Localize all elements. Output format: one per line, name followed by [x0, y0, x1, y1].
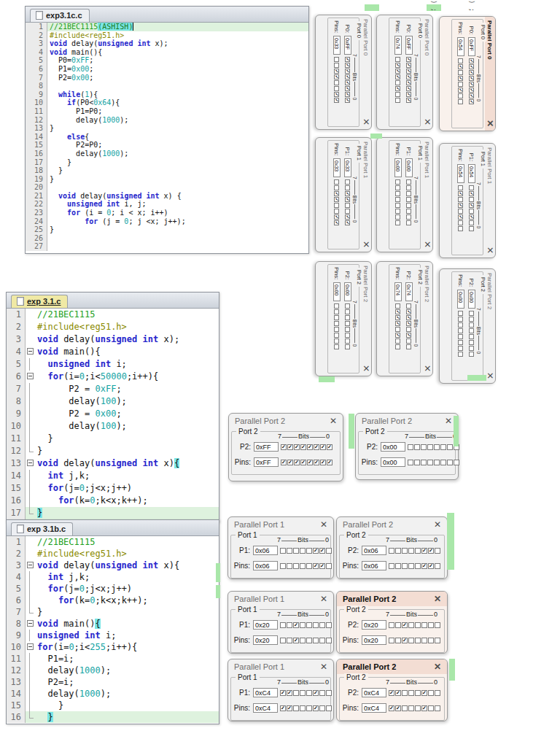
bit-checkbox-6[interactable]: ✓: [396, 309, 401, 314]
pins-input[interactable]: 0x33: [333, 36, 341, 55]
code-line[interactable]: 16 }: [7, 711, 219, 723]
bit-checkbox-2[interactable]: ✓: [407, 333, 412, 338]
close-icon[interactable]: ✕: [423, 365, 432, 372]
bit-checkbox-7[interactable]: ✓: [280, 690, 286, 696]
dialog-titlebar[interactable]: Parallel Port 0✕: [485, 17, 495, 131]
bit-checkbox-1[interactable]: ✓: [319, 548, 325, 554]
code-line[interactable]: 13 P2=i;: [7, 676, 219, 688]
close-icon[interactable]: ✕: [330, 417, 337, 425]
reg-input[interactable]: 0x74: [405, 282, 413, 301]
bit-checkbox-5[interactable]: ✓: [294, 444, 300, 450]
code-line[interactable]: 14 delay(1000);: [7, 688, 219, 700]
bit-checkbox-7[interactable]: [280, 638, 286, 643]
bit-checkbox-1[interactable]: ✓: [320, 444, 326, 450]
close-icon[interactable]: ✕: [445, 417, 452, 425]
bit-checkbox-1[interactable]: [428, 690, 434, 696]
code-line[interactable]: 20: [26, 183, 308, 192]
reg-input[interactable]: 0xFF: [468, 37, 475, 56]
bit-checkbox-3[interactable]: [346, 203, 351, 208]
reg-input[interactable]: 0x00: [468, 290, 475, 309]
bit-checkbox-1[interactable]: ✓: [470, 93, 475, 98]
bit-checkbox-5[interactable]: ✓: [402, 622, 408, 628]
bit-checkbox-1[interactable]: [428, 705, 434, 711]
code-line[interactable]: 15 for(j=0;j<x;j++): [7, 482, 219, 495]
bit-checkbox-5[interactable]: [346, 315, 351, 320]
bit-checkbox-1[interactable]: ✓: [335, 92, 340, 97]
dialog-titlebar[interactable]: Parallel Port 2✕: [229, 414, 343, 428]
bit-checkbox-2[interactable]: ✓: [313, 563, 319, 569]
bit-checkbox-3[interactable]: ✓: [307, 460, 313, 465]
bit-checkbox-1[interactable]: [319, 690, 325, 696]
bit-checkbox-5[interactable]: ✓: [294, 460, 300, 465]
reg-input[interactable]: 0x06: [253, 546, 278, 555]
bit-checkbox-7[interactable]: [280, 548, 286, 554]
bit-checkbox-7[interactable]: [408, 460, 413, 465]
dialog-titlebar[interactable]: Parallel Port 2✕: [361, 262, 371, 376]
bit-checkbox-0[interactable]: ✓: [407, 98, 412, 103]
bit-checkbox-2[interactable]: ✓: [421, 690, 427, 696]
bit-checkbox-7[interactable]: [459, 58, 464, 63]
bit-checkbox-5[interactable]: [335, 315, 340, 320]
bit-checkbox-0[interactable]: [396, 344, 401, 349]
bit-checkbox-5[interactable]: [293, 690, 299, 696]
bit-checkbox-6[interactable]: [335, 185, 340, 190]
bit-checkbox-7[interactable]: [396, 179, 401, 185]
code-line[interactable]: 13}: [26, 124, 308, 133]
bit-checkbox-4[interactable]: ✓: [335, 197, 340, 202]
bit-checkbox-4[interactable]: [300, 638, 306, 643]
bit-checkbox-3[interactable]: ✓: [346, 80, 351, 85]
bit-checkbox-7[interactable]: [396, 57, 401, 62]
code-line[interactable]: 9unsigned int i;: [7, 630, 219, 641]
bit-checkbox-4[interactable]: ✓: [335, 74, 340, 80]
bit-checkbox-3[interactable]: [415, 690, 421, 696]
bit-checkbox-1[interactable]: [346, 338, 351, 344]
bit-checkbox-4[interactable]: ✓: [407, 321, 412, 326]
dialog-titlebar[interactable]: Parallel Port 1✕: [228, 592, 333, 606]
bit-checkbox-7[interactable]: [346, 179, 351, 185]
pins-input[interactable]: 0x54: [457, 37, 464, 56]
bit-checkbox-4[interactable]: [408, 705, 414, 711]
bit-checkbox-4[interactable]: [408, 563, 414, 569]
bit-checkbox-5[interactable]: [293, 563, 299, 569]
bit-checkbox-6[interactable]: ✓: [470, 64, 475, 69]
close-icon[interactable]: ✕: [434, 662, 441, 671]
bit-checkbox-6[interactable]: ✓: [459, 191, 464, 196]
close-icon[interactable]: ✕: [486, 120, 494, 127]
code-line[interactable]: 26: [26, 234, 308, 243]
pins-input[interactable]: 0x00: [394, 158, 402, 177]
pins-input[interactable]: 0xFF: [254, 457, 279, 467]
bit-checkbox-5[interactable]: ✓: [470, 70, 475, 75]
code-line[interactable]: 9 P2 = 0x00;: [7, 408, 219, 420]
pins-input[interactable]: 0x74: [394, 36, 402, 55]
pins-input[interactable]: 0x00: [333, 282, 341, 301]
code-line[interactable]: 23 for (i = 0; i < x; i++): [26, 209, 308, 217]
reg-input[interactable]: 0xC4: [362, 688, 386, 697]
bit-checkbox-6[interactable]: ✓: [395, 705, 401, 711]
bit-checkbox-1[interactable]: ✓: [428, 548, 434, 554]
editor-tab[interactable]: exp 3.1.c: [11, 295, 68, 308]
bit-checkbox-2[interactable]: [313, 622, 319, 628]
bit-checkbox-4[interactable]: [408, 548, 414, 554]
bit-checkbox-7[interactable]: ✓: [346, 57, 351, 62]
code-line[interactable]: 10 delay(100);: [7, 420, 219, 433]
bit-checkbox-3[interactable]: [407, 203, 412, 208]
close-icon[interactable]: ✕: [320, 662, 327, 671]
pins-input[interactable]: 0x74: [394, 282, 402, 301]
bit-checkbox-3[interactable]: [396, 327, 401, 332]
bit-checkbox-2[interactable]: [335, 333, 340, 338]
bit-checkbox-3[interactable]: [335, 203, 340, 208]
bit-checkbox-7[interactable]: ✓: [281, 460, 287, 465]
bit-checkbox-3[interactable]: [306, 690, 312, 696]
close-icon[interactable]: ✕: [423, 241, 432, 248]
bit-checkbox-6[interactable]: ✓: [407, 309, 412, 314]
editor-tab[interactable]: exp 3.1b.c: [11, 522, 73, 535]
code-line[interactable]: 17}: [7, 507, 219, 519]
bit-checkbox-6[interactable]: ✓: [395, 690, 401, 696]
close-icon[interactable]: ✕: [362, 118, 370, 125]
code-line[interactable]: 9 while(1){: [26, 90, 308, 99]
bit-checkbox-5[interactable]: ✓: [402, 638, 408, 643]
code-line[interactable]: 11 P1=i;: [7, 653, 219, 665]
code-line[interactable]: 21 void delay(unsigned int x) {: [26, 192, 308, 201]
bit-checkbox-1[interactable]: [319, 705, 325, 711]
bit-checkbox-0[interactable]: [326, 548, 332, 554]
